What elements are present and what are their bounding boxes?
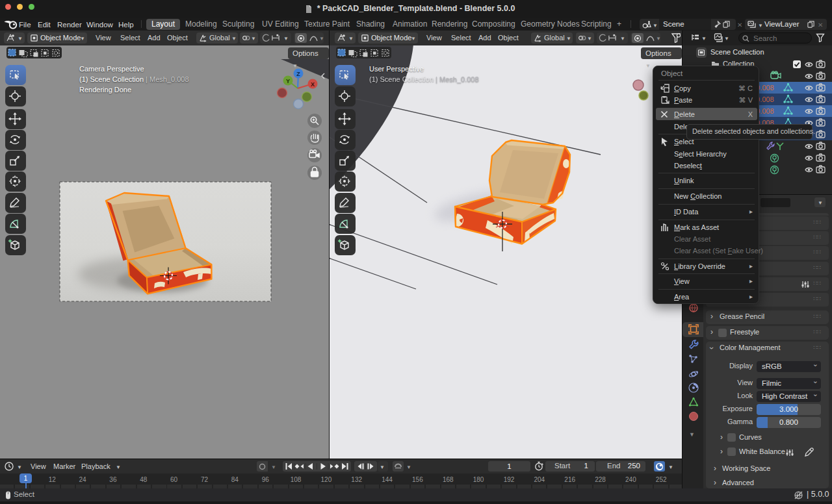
svg-text:Y: Y <box>286 78 290 84</box>
svg-text:Z: Z <box>296 71 300 77</box>
svg-text:X: X <box>311 81 315 88</box>
